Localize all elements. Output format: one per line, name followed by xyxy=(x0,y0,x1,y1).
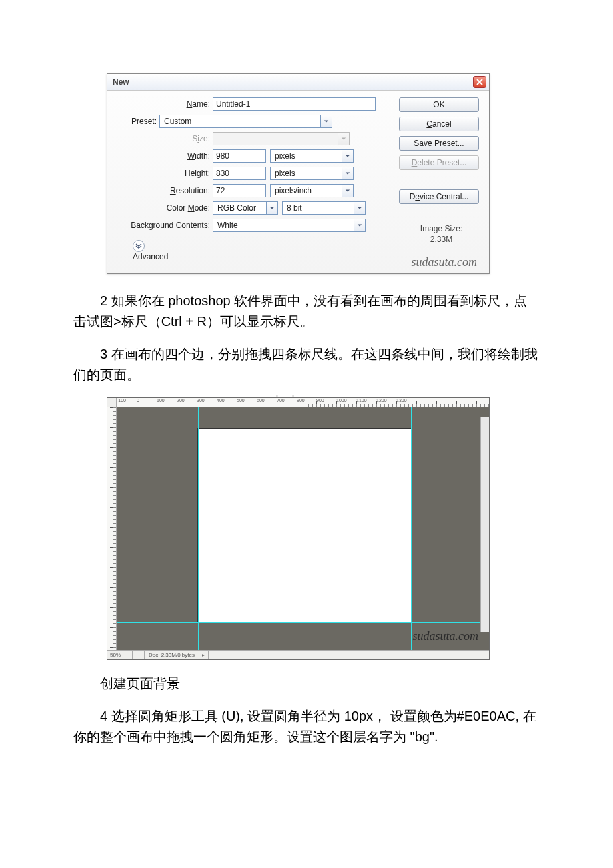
chevron-down-icon[interactable] xyxy=(342,184,354,197)
cancel-button[interactable]: Cancel xyxy=(399,117,479,131)
doc-size-info: Doc: 2.33M/0 bytes xyxy=(145,651,199,659)
resolution-unit-select[interactable]: pixels/inch xyxy=(270,184,354,197)
ruler-tick-label: 700 xyxy=(277,398,297,403)
ruler-tick-label: 500 xyxy=(237,398,257,403)
guide-vertical-right[interactable] xyxy=(411,407,412,650)
paragraph-4: 4 选择圆角矩形工具 (U), 设置圆角半径为 10px， 设置颜色为#E0E0… xyxy=(73,706,540,747)
canvas-figure: www.bdoox.com -1000100200300400500600700… xyxy=(107,397,490,660)
device-central-button[interactable]: Device Central... xyxy=(399,189,479,204)
ruler-tick-label: 600 xyxy=(257,398,277,403)
name-label: Name: xyxy=(113,99,213,109)
status-arrow-icon[interactable] xyxy=(199,651,209,659)
ruler-tick-label: 1000 xyxy=(336,398,356,403)
height-unit-select[interactable]: pixels xyxy=(270,167,354,180)
color-mode-select[interactable]: RGB Color xyxy=(213,201,278,215)
ruler-tick-label: 0 xyxy=(137,398,157,403)
watermark-text: sudasuta.com xyxy=(412,255,478,269)
photoshop-new-dialog: New Name: Preset: Custom xyxy=(107,73,490,274)
ruler-tick-label: -100 xyxy=(117,398,137,403)
close-icon xyxy=(476,79,483,85)
dialog-titlebar: New xyxy=(107,74,489,91)
ruler-tick-label: 1200 xyxy=(376,398,396,403)
size-label: Size: xyxy=(113,134,213,143)
width-input[interactable] xyxy=(213,149,266,163)
advanced-section: Advanced xyxy=(129,240,394,265)
ruler-horizontal[interactable]: -100010020030040050060070080090010001100… xyxy=(107,398,489,407)
image-size-label: Image Size: xyxy=(399,224,484,233)
ruler-vertical[interactable] xyxy=(107,407,117,650)
preset-label: Preset: xyxy=(113,117,159,126)
status-bar: 50% Doc: 2.33M/0 bytes xyxy=(107,650,489,659)
background-contents-label: Background Contents: xyxy=(113,221,213,230)
close-button[interactable] xyxy=(473,76,486,88)
width-label: Width: xyxy=(113,151,213,161)
double-chevron-down-icon xyxy=(135,243,142,249)
bit-depth-select[interactable]: 8 bit xyxy=(282,201,366,215)
paragraph-3: 3 在画布的四个边，分别拖拽四条标尺线。在这四条线中间，我们将绘制我们的页面。 xyxy=(73,344,540,385)
advanced-label: Advanced xyxy=(133,252,168,261)
ruler-tick-label: 300 xyxy=(197,398,217,403)
zoom-level[interactable]: 50% xyxy=(107,651,133,659)
ruler-tick-label: 1100 xyxy=(356,398,376,403)
save-preset-button[interactable]: Save Preset... xyxy=(399,136,479,151)
ruler-tick-label: 1300 xyxy=(396,398,416,403)
width-unit-select[interactable]: pixels xyxy=(270,149,354,163)
delete-preset-button: Delete Preset... xyxy=(399,155,479,170)
size-select xyxy=(213,132,350,145)
height-label: Height: xyxy=(113,169,213,178)
canvas-document xyxy=(198,429,411,622)
ruler-tick-label: 800 xyxy=(297,398,316,403)
chevron-down-icon[interactable] xyxy=(342,149,354,163)
chevron-down-icon[interactable] xyxy=(354,219,366,232)
resolution-input[interactable] xyxy=(213,184,266,197)
section-heading: 创建页面背景 xyxy=(73,673,540,694)
chevron-down-icon[interactable] xyxy=(320,115,332,128)
ruler-corner xyxy=(107,398,117,407)
resolution-label: Resolution: xyxy=(113,186,213,195)
guide-horizontal-bottom[interactable] xyxy=(117,622,489,623)
chevron-down-icon xyxy=(338,132,350,145)
ruler-tick-label: 100 xyxy=(157,398,177,403)
preset-select[interactable]: Custom xyxy=(159,115,332,128)
chevron-down-icon[interactable] xyxy=(266,201,278,215)
paragraph-2: 2 如果你在 photoshop 软件界面中，没有看到在画布的周围看到标尺，点击… xyxy=(73,291,540,332)
dialog-title: New xyxy=(113,77,129,87)
background-contents-select[interactable]: White xyxy=(213,219,366,232)
ruler-tick-label: 400 xyxy=(217,398,237,403)
name-input[interactable] xyxy=(213,97,376,111)
guide-horizontal-top[interactable] xyxy=(117,429,489,429)
image-size-value: 2.33M xyxy=(399,235,484,244)
color-mode-label: Color Mode: xyxy=(113,203,213,213)
advanced-toggle[interactable] xyxy=(133,240,145,252)
chevron-down-icon[interactable] xyxy=(342,167,354,180)
chevron-down-icon[interactable] xyxy=(354,201,366,215)
ruler-tick-label: 200 xyxy=(177,398,197,403)
ok-button[interactable]: OK xyxy=(399,97,479,112)
height-input[interactable] xyxy=(213,167,266,180)
scrollbar-vertical[interactable] xyxy=(480,417,489,632)
ruler-tick-label: 900 xyxy=(316,398,336,403)
canvas-stage[interactable]: sudasuta.com xyxy=(117,407,489,650)
canvas-watermark: sudasuta.com xyxy=(413,629,479,643)
guide-vertical-left[interactable] xyxy=(198,407,199,650)
